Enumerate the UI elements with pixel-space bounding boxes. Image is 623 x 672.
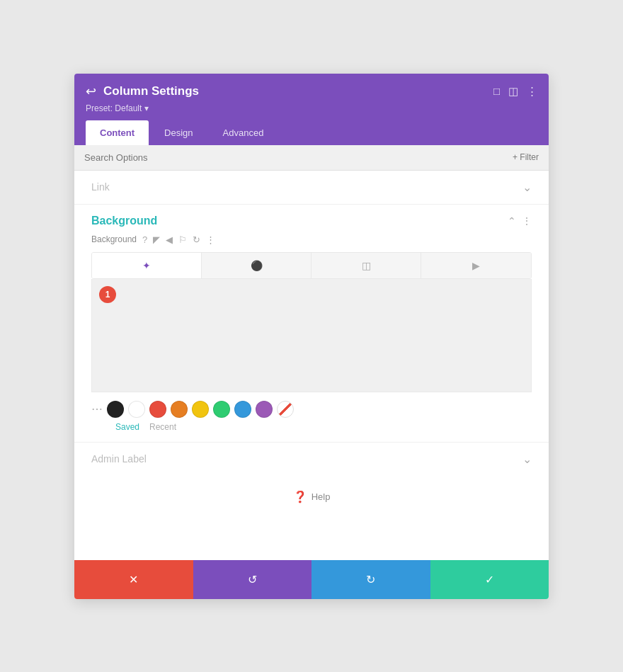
swatch-red[interactable]: [149, 401, 166, 418]
bg-tab-color[interactable]: ✦: [92, 253, 202, 278]
cancel-icon: ✕: [129, 573, 138, 586]
tab-content[interactable]: Content: [86, 120, 149, 145]
swatch-orange[interactable]: [171, 401, 188, 418]
search-input[interactable]: [84, 152, 513, 163]
admin-title: Admin Label: [91, 453, 147, 465]
tabs-bar: Content Design Advanced: [86, 120, 537, 145]
admin-label-section: Admin Label ⌄: [74, 442, 549, 476]
swatch-white[interactable]: [128, 401, 145, 418]
panel-header: ↩ Column Settings □ ◫ ⋮ Preset: Default …: [74, 74, 549, 145]
filter-button[interactable]: + Filter: [513, 152, 539, 162]
bg-help-icon[interactable]: ?: [142, 234, 147, 245]
swatches-more-icon[interactable]: ⋯: [91, 402, 103, 416]
content-area: Link ⌄ Background ⌃ ⋮ Background ? ◤ ◀: [74, 171, 549, 560]
bg-title: Background: [91, 215, 157, 227]
swatch-green[interactable]: [213, 401, 230, 418]
split-icon[interactable]: ◫: [508, 85, 518, 98]
redo-icon: ↻: [366, 573, 375, 586]
bg-tab-gradient[interactable]: ⚫: [202, 253, 312, 278]
help-row: ❓ Help: [74, 476, 549, 518]
save-icon: ✓: [485, 573, 494, 586]
cancel-button[interactable]: ✕: [74, 560, 193, 599]
search-bar: + Filter: [74, 145, 549, 171]
bg-undo-icon[interactable]: ↻: [193, 234, 200, 245]
swatch-yellow[interactable]: [192, 401, 209, 418]
help-icon: ❓: [293, 490, 307, 503]
bg-type-tabs: ✦ ⚫ ◫ ▶: [91, 252, 532, 279]
bg-option-icons: ? ◤ ◀ ⚐ ↻ ⋮: [142, 234, 215, 245]
tab-design[interactable]: Design: [150, 120, 207, 145]
header-icons: □ ◫ ⋮: [493, 85, 537, 98]
link-chevron: ⌄: [522, 181, 532, 194]
bg-desktop-icon[interactable]: ◤: [153, 234, 160, 245]
link-title: Link: [91, 181, 110, 193]
admin-chevron: ⌄: [522, 452, 532, 466]
tab-advanced[interactable]: Advanced: [209, 120, 278, 145]
background-section: Background ⌃ ⋮ Background ? ◤ ◀ ⚐ ↻ ⋮: [74, 205, 549, 442]
bg-opts-icon[interactable]: ⋮: [206, 234, 215, 245]
bg-options-row: Background ? ◤ ◀ ⚐ ↻ ⋮: [91, 234, 532, 245]
bg-tab-image-icon: ◫: [362, 260, 371, 271]
recent-label[interactable]: Recent: [149, 422, 176, 432]
more-options-icon[interactable]: ⋮: [527, 85, 537, 98]
bg-collapse-icon[interactable]: ⌃: [508, 215, 516, 227]
bg-cursor-icon[interactable]: ◀: [166, 234, 173, 245]
bg-tab-video-icon: ▶: [472, 260, 480, 271]
fullscreen-icon[interactable]: □: [493, 85, 500, 97]
redo-button[interactable]: ↻: [312, 560, 430, 599]
color-badge: 1: [99, 286, 116, 303]
undo-icon: ↺: [248, 573, 257, 586]
saved-recent-row: Saved Recent: [91, 422, 532, 432]
link-section-header[interactable]: Link ⌄: [91, 181, 532, 194]
save-button[interactable]: ✓: [430, 560, 549, 599]
footer-buttons: ✕ ↺ ↻ ✓: [74, 560, 549, 599]
undo-button[interactable]: ↺: [193, 560, 312, 599]
admin-section-header[interactable]: Admin Label ⌄: [91, 452, 532, 466]
color-preview-area[interactable]: 1: [91, 279, 532, 392]
back-button[interactable]: ↩: [86, 84, 96, 99]
swatch-none[interactable]: [277, 401, 294, 418]
bg-tab-image[interactable]: ◫: [312, 253, 421, 278]
spacer: [74, 518, 549, 560]
bg-option-label: Background: [91, 234, 137, 244]
help-label[interactable]: Help: [312, 491, 331, 502]
swatch-black[interactable]: [107, 401, 124, 418]
saved-label[interactable]: Saved: [115, 422, 139, 432]
bg-tab-color-icon: ✦: [142, 260, 151, 271]
bg-tab-video[interactable]: ▶: [421, 253, 531, 278]
column-settings-panel: ↩ Column Settings □ ◫ ⋮ Preset: Default …: [74, 74, 549, 599]
color-swatches-container: ⋯: [91, 401, 532, 418]
link-section: Link ⌄: [74, 171, 549, 205]
bg-pin-icon[interactable]: ⚐: [178, 234, 187, 245]
bg-more-icon[interactable]: ⋮: [522, 215, 532, 227]
bg-tab-gradient-icon: ⚫: [251, 260, 263, 271]
panel-title: Column Settings: [103, 84, 199, 98]
swatch-blue[interactable]: [234, 401, 251, 418]
bg-section-header: Background ⌃ ⋮: [91, 215, 532, 227]
preset-label[interactable]: Preset: Default ▾: [86, 103, 537, 113]
swatch-purple[interactable]: [256, 401, 273, 418]
header-top: ↩ Column Settings □ ◫ ⋮: [86, 84, 537, 99]
header-left: ↩ Column Settings: [86, 84, 199, 99]
